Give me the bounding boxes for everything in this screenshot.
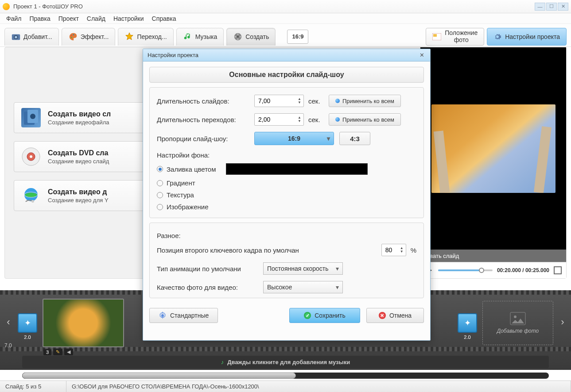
bg-gradient-radio[interactable]: Градиент xyxy=(157,179,416,187)
timeline-next[interactable]: › xyxy=(558,312,567,332)
defaults-button[interactable]: Стандартные xyxy=(149,308,218,323)
window-controls: — ☐ ✕ xyxy=(535,3,568,11)
statusbar: Слайд: 5 из 5 G:\ОБОИ для РАБОЧЕГО СТОЛА… xyxy=(0,380,571,392)
svg-point-10 xyxy=(240,36,241,38)
svg-point-16 xyxy=(30,114,35,119)
create-video-title: Создать видео сл xyxy=(48,110,111,118)
seconds-unit: сек. xyxy=(308,116,324,123)
add-slide-placeholder[interactable]: Добавьте фото xyxy=(482,301,553,345)
svg-rect-13 xyxy=(433,34,437,37)
radio-icon xyxy=(157,180,163,186)
menubar: Файл Правка Проект Слайд Настройки Справ… xyxy=(0,13,571,24)
keyframe-position-input[interactable]: ▲▼ xyxy=(381,244,406,256)
aspect-16-9-button[interactable]: 16:9 xyxy=(254,132,334,145)
minimize-button[interactable]: — xyxy=(535,3,545,11)
slide-collapse-icon[interactable]: ◀ xyxy=(64,349,73,355)
edit-slide-button[interactable]: овать слайд xyxy=(420,250,566,262)
slide-duration-input[interactable]: ▲▼ xyxy=(254,95,304,107)
apply-slide-duration-all[interactable]: Применить ко всем xyxy=(329,95,401,107)
menu-file[interactable]: Файл xyxy=(6,15,21,22)
check-icon: ✓ xyxy=(304,312,311,319)
radio-icon xyxy=(157,166,163,172)
transition-duration-field[interactable] xyxy=(258,116,289,123)
globe-icon xyxy=(21,186,41,205)
menu-slide[interactable]: Слайд xyxy=(87,15,105,22)
fill-color-swatch[interactable] xyxy=(226,163,368,175)
menu-settings[interactable]: Настройки xyxy=(113,15,144,22)
menu-help[interactable]: Справка xyxy=(152,15,176,22)
menu-edit[interactable]: Правка xyxy=(29,15,50,22)
preview-controls: 00:20.000 / 00:25.000 xyxy=(420,262,566,278)
fullscreen-button[interactable] xyxy=(554,266,562,274)
tab-music[interactable]: Музыка xyxy=(176,28,224,46)
tab-add[interactable]: Добавит... xyxy=(4,28,59,46)
create-dvd-sub: Создание видео слайд xyxy=(48,158,109,165)
music-hint-label: Дважды кликните для добавления музыки xyxy=(227,359,350,365)
slide-duration-label: Длительность слайдов: xyxy=(157,97,250,105)
seconds-unit: сек. xyxy=(308,97,324,105)
save-button[interactable]: ✓Сохранить xyxy=(289,308,360,323)
aspect-indicator[interactable]: 16:9 xyxy=(287,30,308,44)
svg-point-2 xyxy=(15,36,17,38)
apply-icon xyxy=(335,99,340,103)
tab-transitions[interactable]: Переход... xyxy=(118,28,173,46)
time-display: 00:20.000 / 00:25.000 xyxy=(497,267,549,273)
tab-music-label: Музыка xyxy=(195,33,218,40)
status-file-path: G:\ОБОИ для РАБОЧЕГО СТОЛА\ВРЕМЕНА ГОДА\… xyxy=(66,381,571,392)
photo-position-button[interactable]: Положение фото xyxy=(426,28,484,46)
dialog-titlebar[interactable]: Настройки проекта ✕ xyxy=(143,49,430,61)
photo-position-label: Положение фото xyxy=(445,30,478,43)
svg-point-19 xyxy=(30,155,32,158)
close-button[interactable]: ✕ xyxy=(558,3,568,11)
svg-point-7 xyxy=(237,36,239,38)
timeline-scrollbar[interactable] xyxy=(22,373,549,379)
stepper-down-icon[interactable]: ▼ xyxy=(297,101,302,104)
slide-duration-field[interactable] xyxy=(258,97,289,104)
slide-index-badge: 3 xyxy=(43,349,51,355)
tab-effects[interactable]: Эффект... xyxy=(62,28,116,46)
radio-icon xyxy=(157,204,163,210)
seek-slider[interactable] xyxy=(438,269,493,271)
maximize-button[interactable]: ☐ xyxy=(546,3,557,11)
transition-duration-input[interactable]: ▲▼ xyxy=(254,113,304,126)
duration-panel: Длительность слайдов: ▲▼ сек. Применить … xyxy=(149,87,424,218)
project-settings-button[interactable]: Настройки проекта xyxy=(487,28,567,46)
default-animation-select[interactable]: Постоянная скорость xyxy=(263,262,343,275)
music-track-placeholder[interactable]: ♪ Дважды кликните для добавления музыки xyxy=(22,356,549,368)
transition-chip[interactable]: 2.0 xyxy=(18,313,37,333)
svg-point-24 xyxy=(514,315,517,318)
apply-transition-duration-all[interactable]: Применить ко всем xyxy=(329,113,401,126)
create-video-sub: Создание видеофайла xyxy=(48,119,111,126)
window-titlebar: Проект 1 - ФотоШОУ PRO — ☐ ✕ xyxy=(0,0,571,13)
cross-icon: ✕ xyxy=(379,312,386,319)
bg-fill-radio[interactable]: Заливка цветом xyxy=(157,163,416,175)
preview-canvas xyxy=(420,47,566,250)
create-web-sub: Создание видео для Y xyxy=(48,197,109,204)
transition-duration-label: Длительность переходов: xyxy=(157,116,250,123)
photo-quality-label: Качество фото для видео: xyxy=(157,284,259,291)
aspect-4-3-button[interactable]: 4:3 xyxy=(339,132,370,145)
svg-point-5 xyxy=(71,37,72,38)
main-tabbar: Добавит... Эффект... Переход... Музыка С… xyxy=(0,24,571,47)
tab-create[interactable]: Создать xyxy=(226,28,276,46)
keyframe-position-field[interactable] xyxy=(385,246,398,254)
tab-effects-label: Эффект... xyxy=(81,33,109,40)
slide-edit-icon[interactable]: ✎ xyxy=(53,349,62,355)
misc-header: Разное: xyxy=(157,232,416,239)
keyframe-position-label: Позиция второго ключевого кадра по умолч… xyxy=(157,246,377,254)
menu-project[interactable]: Проект xyxy=(58,15,79,22)
video-file-icon xyxy=(21,108,41,127)
transition-chip[interactable]: 2.0 xyxy=(458,313,477,333)
stepper-down-icon[interactable]: ▼ xyxy=(297,119,302,123)
cancel-button[interactable]: ✕Отмена xyxy=(366,308,424,323)
photo-quality-select[interactable]: Высокое xyxy=(263,281,343,293)
bg-texture-radio[interactable]: Текстура xyxy=(157,191,416,199)
svg-point-11 xyxy=(237,38,239,40)
dialog-close-button[interactable]: ✕ xyxy=(418,51,426,59)
dialog-button-row: Стандартные ✓Сохранить ✕Отмена xyxy=(143,308,430,328)
dvd-disc-icon xyxy=(21,147,41,166)
stepper-down-icon[interactable]: ▼ xyxy=(400,250,404,254)
bg-image-radio[interactable]: Изображение xyxy=(157,203,416,211)
timeline-prev[interactable]: ‹ xyxy=(4,312,13,332)
timeline-slide-thumb[interactable]: 3 ✎ ◀ xyxy=(43,299,124,347)
